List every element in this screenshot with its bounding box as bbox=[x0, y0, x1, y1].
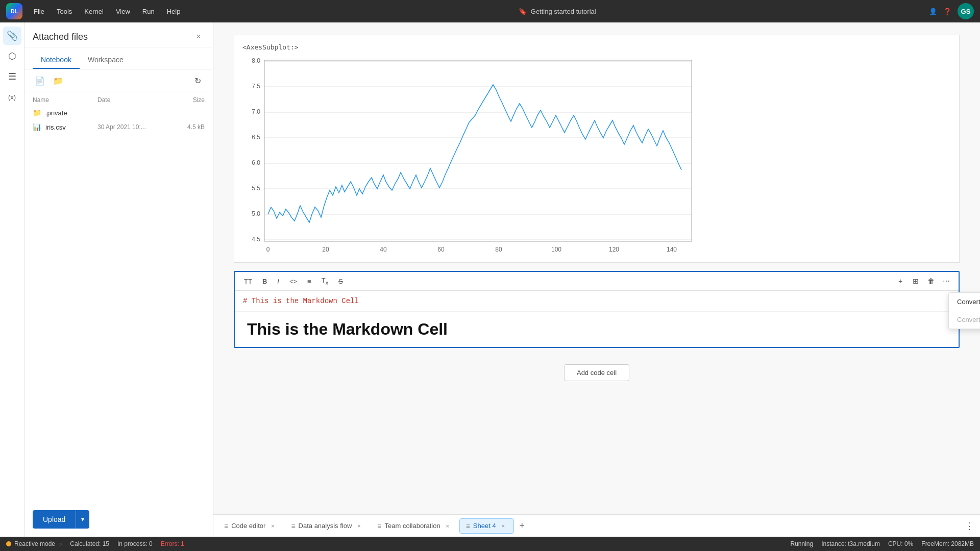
add-tab-button[interactable]: + bbox=[515, 519, 529, 533]
calculated-status: Calculated: 15 bbox=[70, 540, 109, 547]
upload-dropdown-button[interactable]: ▾ bbox=[76, 510, 89, 529]
menu-run[interactable]: Run bbox=[137, 6, 160, 17]
context-menu: Convert to code Convert to markdown bbox=[948, 292, 980, 329]
toolbar-italic[interactable]: I bbox=[274, 277, 282, 286]
col-header-size: Size bbox=[174, 96, 205, 104]
svg-text:40: 40 bbox=[380, 246, 387, 253]
tab-label-1: Data analysis flow bbox=[299, 522, 352, 530]
new-folder-button[interactable]: 📁 bbox=[51, 73, 65, 88]
menu-view[interactable]: View bbox=[111, 6, 135, 17]
running-status: Running bbox=[791, 540, 814, 547]
svg-text:6.0: 6.0 bbox=[252, 159, 260, 166]
menu-help[interactable]: Help bbox=[162, 6, 186, 17]
tab-sheet-4[interactable]: ≡ Sheet 4 × bbox=[459, 518, 514, 534]
upload-button-group: Upload ▾ bbox=[33, 510, 205, 529]
app-logo[interactable]: DL bbox=[6, 3, 22, 19]
chart-output: <AxesSubplot:> 8.0 7.5 7.0 6.5 6.0 5.5 5… bbox=[234, 35, 960, 263]
svg-text:80: 80 bbox=[495, 246, 502, 253]
svg-text:5.5: 5.5 bbox=[252, 185, 260, 192]
files-panel-header: Attached files × bbox=[24, 22, 213, 47]
add-code-cell-button[interactable]: Add code cell bbox=[564, 364, 629, 381]
toolbar-math[interactable]: Tx bbox=[318, 276, 331, 287]
notebook-title: Getting started tutorial bbox=[531, 8, 596, 15]
toolbar-strike[interactable]: S bbox=[335, 277, 346, 286]
cell-type-button[interactable]: ⊞ bbox=[910, 275, 922, 287]
svg-text:6.5: 6.5 bbox=[252, 134, 260, 141]
files-panel: Attached files × Notebook Workspace 📄 📁 … bbox=[24, 22, 213, 537]
add-cell-above-button[interactable]: + bbox=[894, 275, 906, 287]
status-bar: Reactive mode ○ Calculated: 15 In proces… bbox=[0, 537, 980, 551]
reactive-mode-label: Reactive mode bbox=[14, 540, 55, 547]
freemem-status: FreeMem: 2082MB bbox=[921, 540, 974, 547]
in-process-status: In process: 0 bbox=[117, 540, 153, 547]
tab-close-2[interactable]: × bbox=[444, 522, 452, 530]
svg-text:7.0: 7.0 bbox=[252, 108, 260, 115]
cell-toolbar: TT B I <> ≡ Tx S + ⊞ 🗑 ⋯ bbox=[235, 272, 959, 291]
upload-button[interactable]: Upload bbox=[33, 510, 76, 529]
axes-label: <AxesSubplot:> bbox=[242, 43, 951, 51]
tab-team-collaboration[interactable]: ≡ Team collaboration × bbox=[371, 518, 458, 534]
cell-toolbar-right: + ⊞ 🗑 ⋯ bbox=[894, 275, 952, 287]
reactive-mode-dot bbox=[6, 541, 11, 546]
col-header-date: Date bbox=[97, 96, 174, 104]
cell-code-input[interactable]: # This is the Markdown Cell bbox=[235, 291, 959, 312]
menu-file[interactable]: File bbox=[29, 6, 50, 17]
tab-notebook[interactable]: Notebook bbox=[33, 52, 80, 69]
tab-close-1[interactable]: × bbox=[355, 522, 363, 530]
sidebar-icon-box[interactable]: ⬡ bbox=[3, 47, 21, 65]
files-tabs: Notebook Workspace bbox=[24, 47, 213, 69]
sidebar-icon-list[interactable]: ☰ bbox=[3, 67, 21, 86]
col-header-name: Name bbox=[33, 96, 97, 104]
svg-text:100: 100 bbox=[551, 246, 561, 253]
person-icon[interactable]: 👤 bbox=[929, 8, 937, 15]
menubar: DL File Tools Kernel View Run Help 🔖 Get… bbox=[0, 0, 980, 22]
notebook-content: <AxesSubplot:> 8.0 7.5 7.0 6.5 6.0 5.5 5… bbox=[213, 22, 980, 514]
toolbar-code[interactable]: <> bbox=[286, 277, 300, 286]
tab-close-0[interactable]: × bbox=[268, 522, 277, 530]
sidebar-icon-variables[interactable]: (x) bbox=[3, 88, 21, 106]
svg-text:5.0: 5.0 bbox=[252, 210, 260, 217]
cpu-status: CPU: 0% bbox=[888, 540, 913, 547]
file-row-iris[interactable]: 📊 iris.csv 30 Apr 2021 10:... 4.5 kB bbox=[24, 120, 213, 134]
status-right: Running Instance: t3a.medium CPU: 0% Fre… bbox=[791, 540, 974, 547]
toolbar-tt[interactable]: TT bbox=[241, 277, 255, 286]
close-files-panel-button[interactable]: × bbox=[192, 31, 205, 43]
sidebar-icon-files[interactable]: 📎 bbox=[3, 27, 21, 45]
help-icon[interactable]: ❓ bbox=[943, 8, 951, 15]
tab-code-editor[interactable]: ≡ Code editor × bbox=[217, 518, 283, 534]
refresh-button[interactable]: ↻ bbox=[190, 73, 205, 88]
convert-to-markdown-item: Convert to markdown bbox=[949, 311, 980, 329]
bookmark-icon: 🔖 bbox=[519, 8, 527, 15]
convert-to-code-item[interactable]: Convert to code bbox=[949, 293, 980, 311]
svg-text:120: 120 bbox=[609, 246, 619, 253]
bottom-tabs: ≡ Code editor × ≡ Data analysis flow × ≡… bbox=[213, 514, 980, 537]
menubar-right: 👤 ❓ GS bbox=[929, 3, 974, 19]
file-row-private[interactable]: 📁 .private bbox=[24, 106, 213, 120]
file-name-iris: iris.csv bbox=[45, 123, 97, 131]
avatar[interactable]: GS bbox=[958, 3, 974, 19]
tab-close-3[interactable]: × bbox=[499, 522, 507, 530]
tab-workspace[interactable]: Workspace bbox=[80, 52, 132, 69]
tab-icon-1: ≡ bbox=[291, 522, 295, 530]
toolbar-list[interactable]: ≡ bbox=[304, 277, 314, 286]
menu-kernel[interactable]: Kernel bbox=[79, 6, 109, 17]
new-file-button[interactable]: 📄 bbox=[33, 73, 47, 88]
svg-text:0: 0 bbox=[266, 246, 270, 253]
line-chart: 8.0 7.5 7.0 6.5 6.0 5.5 5.0 4.5 0 20 40 … bbox=[242, 55, 702, 254]
svg-text:4.5: 4.5 bbox=[252, 236, 260, 243]
files-toolbar: 📄 📁 ↻ bbox=[24, 69, 213, 92]
markdown-h1: This is the Markdown Cell bbox=[247, 320, 946, 339]
tab-data-analysis-flow[interactable]: ≡ Data analysis flow × bbox=[284, 518, 370, 534]
more-options-button[interactable]: ⋯ bbox=[940, 275, 952, 287]
toolbar-bold[interactable]: B bbox=[259, 277, 270, 286]
reactive-mode-indicator: Reactive mode ○ bbox=[6, 540, 62, 547]
upload-area: Upload ▾ bbox=[24, 502, 213, 537]
errors-status: Errors: 1 bbox=[161, 540, 184, 547]
delete-cell-button[interactable]: 🗑 bbox=[925, 275, 937, 287]
svg-text:140: 140 bbox=[667, 246, 677, 253]
menu-tools[interactable]: Tools bbox=[52, 6, 77, 17]
tab-label-3: Sheet 4 bbox=[473, 522, 496, 530]
menubar-center: 🔖 Getting started tutorial bbox=[187, 8, 927, 15]
cell-code-text: # This is the Markdown Cell bbox=[243, 297, 359, 305]
tabs-menu-button[interactable]: ⋮ bbox=[963, 518, 976, 534]
